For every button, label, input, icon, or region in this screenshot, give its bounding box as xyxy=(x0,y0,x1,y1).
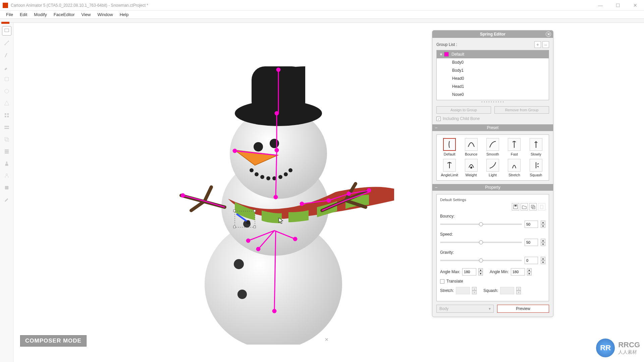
tool-bone[interactable] xyxy=(2,38,11,48)
tool-pen[interactable] xyxy=(2,62,11,72)
anglemin-down[interactable]: ▼ xyxy=(527,272,532,276)
left-toolbar xyxy=(0,23,13,362)
open-preset-icon[interactable] xyxy=(521,203,528,210)
tool-person-b[interactable] xyxy=(2,171,11,180)
preset-default[interactable]: Default xyxy=(440,138,459,156)
preset-bounce[interactable]: Bounce xyxy=(462,138,480,156)
svg-rect-70 xyxy=(233,210,235,212)
bouncy-up[interactable]: ▲ xyxy=(541,221,545,224)
preset-smooth[interactable]: Smooth xyxy=(483,138,502,156)
speed-slider[interactable] xyxy=(440,242,522,243)
group-row-head1[interactable]: Head1 xyxy=(437,82,549,90)
preset-fast[interactable]: Fast xyxy=(505,138,524,156)
menu-modify[interactable]: Modify xyxy=(31,11,50,18)
angle-min-value[interactable]: 180 xyxy=(511,268,525,276)
svg-marker-5 xyxy=(4,101,9,105)
preset-section-header[interactable]: – Preset xyxy=(432,124,553,131)
tool-poly[interactable] xyxy=(2,99,11,108)
svg-text:✕: ✕ xyxy=(325,337,329,342)
menu-help[interactable]: Help xyxy=(116,11,132,18)
tool-paint[interactable] xyxy=(2,50,11,60)
watermark: RR RRCG 人人素材 xyxy=(595,338,640,358)
collapse-icon[interactable]: – xyxy=(435,125,437,130)
preset-stretch[interactable]: Stretch xyxy=(505,159,524,177)
group-row-nose0[interactable]: Nose0 xyxy=(437,90,549,99)
remove-group-button[interactable]: – xyxy=(542,41,549,48)
spring-editor-header[interactable]: Spring Editor ✕ xyxy=(432,31,553,38)
group-row-head0[interactable]: Head0 xyxy=(437,74,549,82)
preset-weight[interactable]: Weight xyxy=(462,159,480,177)
gravity-up[interactable]: ▲ xyxy=(541,257,545,260)
svg-point-36 xyxy=(237,290,247,299)
window-controls: — ☐ ✕ xyxy=(594,1,641,9)
bouncy-slider[interactable] xyxy=(440,224,522,225)
snowman-character[interactable]: ✕ xyxy=(154,50,423,346)
tool-edit[interactable] xyxy=(2,195,11,204)
speed-value[interactable]: 50 xyxy=(525,239,538,246)
menu-edit[interactable]: Edit xyxy=(16,11,31,18)
anglemin-up[interactable]: ▲ xyxy=(527,268,532,272)
minimize-button[interactable]: — xyxy=(594,1,606,9)
copy-preset-icon[interactable] xyxy=(529,203,537,210)
assign-to-group-button[interactable]: Assign to Group xyxy=(436,106,491,114)
svg-point-1 xyxy=(4,44,5,45)
stretch-down: ▼ xyxy=(472,291,477,294)
gravity-down[interactable]: ▼ xyxy=(541,260,545,264)
menu-window[interactable]: Window xyxy=(94,11,116,18)
anglemax-down[interactable]: ▼ xyxy=(478,272,483,276)
anglemax-up[interactable]: ▲ xyxy=(478,268,483,272)
paste-preset-icon xyxy=(538,203,545,210)
angle-max-value[interactable]: 180 xyxy=(462,268,476,276)
group-row-default[interactable]: ▾ Default xyxy=(437,50,549,58)
svg-point-48 xyxy=(247,239,250,242)
svg-point-50 xyxy=(293,237,297,241)
property-section-header[interactable]: – Property xyxy=(432,184,553,191)
menu-view[interactable]: View xyxy=(78,11,94,18)
add-group-button[interactable]: + xyxy=(534,41,541,48)
composer-mode-badge: COMPOSER MODE xyxy=(20,335,87,347)
bouncy-down[interactable]: ▼ xyxy=(541,224,545,228)
bouncy-value[interactable]: 50 xyxy=(525,221,538,228)
tool-grid-b[interactable] xyxy=(2,123,11,132)
preset-light[interactable]: Light xyxy=(483,159,502,177)
collapse-icon[interactable]: – xyxy=(435,185,437,190)
tool-circle[interactable] xyxy=(2,86,11,96)
menu-face-editor[interactable]: FaceEditor xyxy=(50,11,78,18)
preset-squash[interactable]: Squash xyxy=(527,159,545,177)
svg-rect-3 xyxy=(5,77,8,81)
tool-person[interactable] xyxy=(2,159,11,168)
maximize-button[interactable]: ☐ xyxy=(612,1,624,9)
svg-rect-16 xyxy=(5,153,9,154)
tool-shape[interactable] xyxy=(2,74,11,84)
group-row-body0[interactable]: Body0 xyxy=(437,58,549,66)
svg-rect-7 xyxy=(7,113,9,115)
tool-layer-a[interactable] xyxy=(2,135,11,144)
svg-point-68 xyxy=(246,220,250,224)
property-box: Default Settings Bouncy: 50 ▲▼ Speed: xyxy=(436,194,549,301)
including-child-bone-checkbox[interactable]: ✓ xyxy=(436,117,441,121)
preset-anglelimit[interactable]: AngleLimit xyxy=(440,159,459,177)
save-preset-icon[interactable] xyxy=(512,203,519,210)
group-row-body1[interactable]: Body1 xyxy=(437,66,549,74)
preview-button[interactable]: Preview xyxy=(497,305,549,313)
squash-label: Squash: xyxy=(483,288,498,293)
body-dropdown[interactable]: Body ▾ xyxy=(436,305,494,313)
close-icon[interactable]: ✕ xyxy=(546,32,551,37)
tool-grid-a[interactable] xyxy=(2,111,11,120)
tool-layer-b[interactable] xyxy=(2,147,11,156)
remove-from-group-button[interactable]: Remove from Group xyxy=(494,106,549,114)
gravity-value[interactable]: 0 xyxy=(525,257,538,264)
tool-thumb[interactable] xyxy=(2,183,11,192)
tool-select[interactable] xyxy=(2,26,11,36)
speed-down[interactable]: ▼ xyxy=(541,242,545,246)
gravity-slider[interactable] xyxy=(440,260,522,261)
group-list[interactable]: ▾ Default Body0 Body1 Head0 Head1 Nose0 xyxy=(436,50,549,100)
menu-file[interactable]: File xyxy=(3,11,16,18)
resize-handle[interactable]: • • • • • • • • • • xyxy=(436,100,549,104)
preset-slowly[interactable]: Slowly xyxy=(527,138,545,156)
translate-checkbox[interactable]: ✓ xyxy=(440,279,444,284)
svg-point-54 xyxy=(300,202,304,205)
close-button[interactable]: ✕ xyxy=(629,1,641,9)
speed-up[interactable]: ▲ xyxy=(541,239,545,242)
svg-rect-14 xyxy=(5,149,9,150)
